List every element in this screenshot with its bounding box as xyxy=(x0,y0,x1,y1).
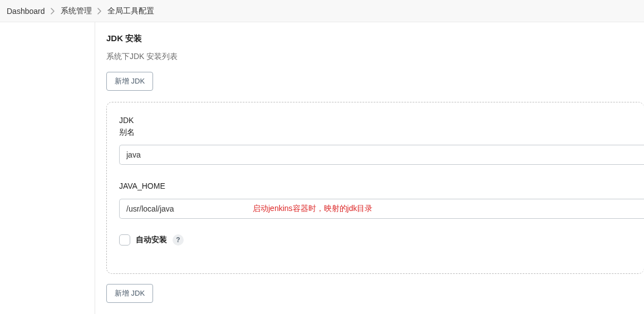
chevron-right-icon xyxy=(51,8,55,14)
breadcrumb: Dashboard 系统管理 全局工具配置 xyxy=(0,0,644,22)
jdk-entry-header: JDK 别名 xyxy=(119,115,644,138)
auto-install-checkbox[interactable] xyxy=(119,234,130,246)
auto-install-row: 自动安装 ? xyxy=(119,234,644,246)
alias-label: 别名 xyxy=(119,127,135,136)
section-title: JDK 安装 xyxy=(106,33,644,44)
breadcrumb-item-system[interactable]: 系统管理 xyxy=(61,6,92,16)
main-content: JDK 安装 系统下JDK 安装列表 新增 JDK JDK 别名 JAVA_HO… xyxy=(95,22,644,314)
add-jdk-button-top[interactable]: 新增 JDK xyxy=(106,72,153,91)
javahome-input[interactable] xyxy=(119,199,644,219)
jdk-entry-box: JDK 别名 JAVA_HOME 启动jenkins容器时，映射的jdk目录 自… xyxy=(106,102,644,274)
add-jdk-button-bottom[interactable]: 新增 JDK xyxy=(106,284,153,303)
section-subtitle: 系统下JDK 安装列表 xyxy=(106,52,644,62)
breadcrumb-item-dashboard[interactable]: Dashboard xyxy=(7,7,45,16)
auto-install-label: 自动安装 xyxy=(136,235,167,245)
alias-input[interactable] xyxy=(119,145,644,165)
chevron-right-icon xyxy=(97,8,102,14)
breadcrumb-item-global-tool[interactable]: 全局工具配置 xyxy=(107,6,154,16)
help-icon[interactable]: ? xyxy=(173,234,184,246)
javahome-label: JAVA_HOME xyxy=(119,180,644,192)
